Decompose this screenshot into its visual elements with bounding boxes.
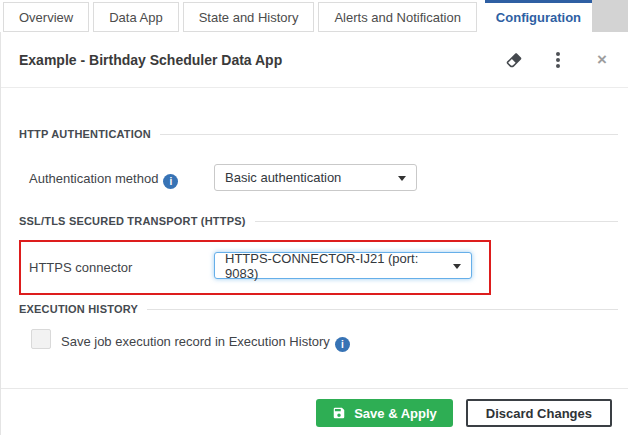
section-title: SSL/TLS SECURED TRANSPORT (HTTPS)	[19, 215, 246, 227]
info-icon[interactable]: i	[163, 174, 178, 189]
save-apply-button[interactable]: Save & Apply	[316, 399, 453, 427]
section-divider	[160, 134, 618, 135]
checkbox-label-row: Save job execution record in Execution H…	[61, 332, 350, 352]
section-title: EXECUTION HISTORY	[19, 303, 138, 315]
save-apply-label: Save & Apply	[354, 406, 437, 421]
discard-changes-label: Discard Changes	[486, 406, 592, 421]
discard-changes-button[interactable]: Discard Changes	[466, 399, 612, 427]
tab-configuration[interactable]: Configuration	[485, 0, 592, 32]
tab-alerts-and-notification[interactable]: Alerts and Notification	[318, 2, 476, 32]
close-icon[interactable]: ×	[592, 50, 612, 70]
tabbar-filler	[592, 0, 628, 32]
section-ssl-tls: SSL/TLS SECURED TRANSPORT (HTTPS)	[19, 215, 618, 227]
dialog-header: Example - Birthday Scheduler Data App ×	[1, 32, 628, 88]
chevron-down-icon	[398, 176, 406, 181]
dialog-title: Example - Birthday Scheduler Data App	[19, 52, 504, 68]
configuration-panel: Example - Birthday Scheduler Data App × …	[0, 32, 628, 435]
https-connector-row: HTTPS connector	[29, 258, 132, 276]
footer-divider	[1, 388, 628, 389]
section-divider	[147, 309, 618, 310]
https-connector-label: HTTPS connector	[29, 260, 132, 275]
tab-bar: Overview Data App State and History Aler…	[0, 0, 628, 32]
auth-method-row: Authentication methodi	[29, 169, 178, 189]
clear-eraser-icon[interactable]	[504, 50, 524, 70]
https-connector-value: HTTPS-CONNECTOR-IJ21 (port: 9083)	[225, 251, 445, 281]
auth-method-select[interactable]: Basic authentication	[214, 164, 417, 191]
auth-method-value: Basic authentication	[225, 170, 341, 185]
tab-state-and-history[interactable]: State and History	[183, 2, 315, 32]
save-execution-record-label: Save job execution record in Execution H…	[61, 334, 330, 349]
section-divider	[255, 221, 618, 222]
more-options-kebab-icon[interactable]	[548, 50, 568, 70]
https-connector-select[interactable]: HTTPS-CONNECTOR-IJ21 (port: 9083)	[214, 252, 472, 279]
chevron-down-icon	[453, 264, 461, 269]
section-http-authentication: HTTP AUTHENTICATION	[19, 128, 618, 140]
auth-method-label: Authentication method	[29, 171, 158, 186]
section-title: HTTP AUTHENTICATION	[19, 128, 151, 140]
tab-data-app[interactable]: Data App	[93, 2, 179, 32]
footer-actions: Save & Apply Discard Changes	[316, 399, 612, 427]
save-execution-record-checkbox[interactable]	[31, 329, 51, 349]
info-icon[interactable]: i	[335, 337, 350, 352]
section-execution-history: EXECUTION HISTORY	[19, 303, 618, 315]
save-floppy-icon	[332, 406, 346, 420]
tab-overview[interactable]: Overview	[3, 2, 89, 32]
